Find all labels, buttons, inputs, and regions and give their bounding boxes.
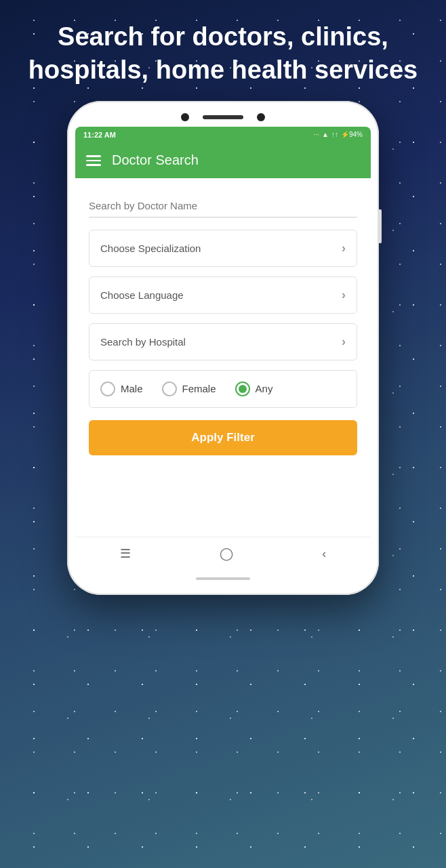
apply-filter-button[interactable]: Apply Filter xyxy=(89,420,357,455)
battery-icon: ⚡94% xyxy=(341,131,363,138)
status-icons: ··· ▲ ↑↑ ⚡94% xyxy=(314,131,363,138)
front-camera xyxy=(181,113,189,121)
gender-section: Male Female Any xyxy=(89,370,357,408)
female-label: Female xyxy=(182,383,216,394)
app-bar: Doctor Search xyxy=(75,143,371,178)
speaker xyxy=(203,115,243,119)
specialization-dropdown[interactable]: Choose Specialization › xyxy=(89,230,357,267)
headline-text: Search for doctors, clinics, hospitals, … xyxy=(0,0,446,101)
phone-frame: 11:22 AM ··· ▲ ↑↑ ⚡94% Doctor Search xyxy=(67,101,379,595)
female-radio-button[interactable] xyxy=(162,381,177,396)
gender-female-option[interactable]: Female xyxy=(162,381,216,396)
hospital-label: Search by Hospital xyxy=(100,336,186,348)
back-nav-icon[interactable]: ‹ xyxy=(322,547,326,561)
any-radio-button[interactable] xyxy=(235,381,250,396)
phone-top-bezel xyxy=(75,113,371,121)
male-radio-button[interactable] xyxy=(100,381,115,396)
app-title: Doctor Search xyxy=(112,152,199,168)
network-icon: ↑↑ xyxy=(331,131,338,138)
home-nav-icon[interactable]: ◯ xyxy=(220,546,233,561)
gender-male-option[interactable]: Male xyxy=(100,381,143,396)
signal-icon: ··· xyxy=(314,131,319,138)
menu-nav-icon[interactable]: ☰ xyxy=(120,546,131,561)
status-time: 11:22 AM xyxy=(83,131,116,139)
male-label: Male xyxy=(121,383,143,394)
gender-any-option[interactable]: Any xyxy=(235,381,273,396)
bottom-navigation: ☰ ◯ ‹ xyxy=(75,537,371,571)
chevron-right-icon: › xyxy=(342,288,346,302)
language-dropdown[interactable]: Choose Language › xyxy=(89,276,357,314)
side-button xyxy=(379,209,382,243)
chevron-right-icon: › xyxy=(342,335,346,349)
doctor-name-input[interactable] xyxy=(89,194,357,218)
main-content: Choose Specialization › Choose Language … xyxy=(75,178,371,482)
language-label: Choose Language xyxy=(100,289,184,301)
phone-bottom-bezel xyxy=(75,571,371,583)
content-spacer xyxy=(75,482,371,537)
home-bar xyxy=(196,577,250,580)
any-label: Any xyxy=(256,383,273,394)
phone-screen: 11:22 AM ··· ▲ ↑↑ ⚡94% Doctor Search xyxy=(75,127,371,571)
hamburger-menu-button[interactable] xyxy=(86,155,101,166)
status-bar: 11:22 AM ··· ▲ ↑↑ ⚡94% xyxy=(75,127,371,143)
hospital-dropdown[interactable]: Search by Hospital › xyxy=(89,323,357,360)
specialization-label: Choose Specialization xyxy=(100,243,201,254)
radio-selected-dot xyxy=(239,385,247,393)
front-sensor xyxy=(257,113,265,121)
wifi-icon: ▲ xyxy=(322,131,329,138)
chevron-right-icon: › xyxy=(342,241,346,255)
